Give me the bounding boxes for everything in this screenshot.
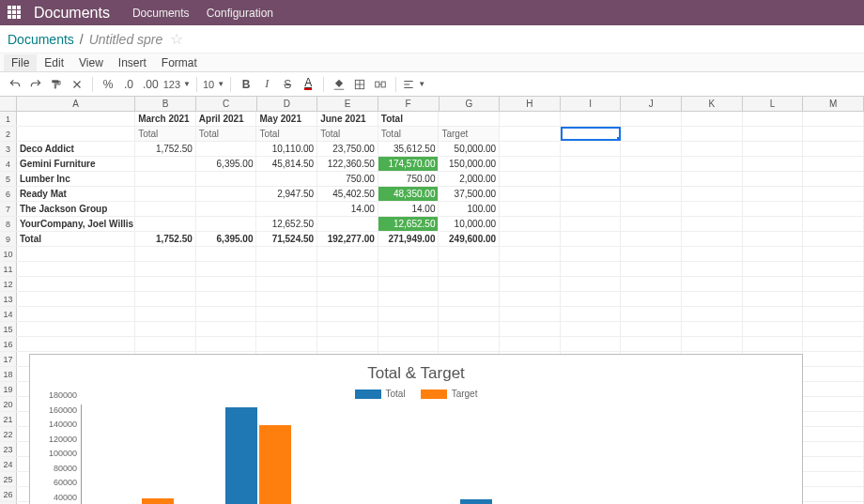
cell[interactable]: Deco Addict xyxy=(17,142,135,156)
cell[interactable]: 12,652.50 xyxy=(378,217,440,231)
cell[interactable] xyxy=(378,262,440,276)
cell[interactable]: Total xyxy=(317,127,378,141)
cell[interactable] xyxy=(561,112,622,126)
col-header[interactable]: M xyxy=(803,97,864,111)
cell[interactable]: 10,000.00 xyxy=(439,217,500,231)
cell[interactable] xyxy=(682,307,743,321)
cell[interactable] xyxy=(682,142,743,156)
cell[interactable] xyxy=(196,187,257,201)
redo-icon[interactable] xyxy=(26,75,45,94)
row-header[interactable]: 25 xyxy=(0,472,17,486)
cell[interactable] xyxy=(561,337,622,351)
cell[interactable] xyxy=(500,157,561,171)
cell[interactable]: 2,947.50 xyxy=(256,187,317,201)
cell[interactable] xyxy=(378,247,440,261)
cell[interactable]: 6,395.00 xyxy=(196,157,257,171)
cell[interactable] xyxy=(135,262,196,276)
cell[interactable] xyxy=(500,202,561,216)
decimal-decrease-icon[interactable]: .0 xyxy=(119,75,138,94)
cell[interactable] xyxy=(743,112,804,126)
cell[interactable] xyxy=(317,292,378,306)
cell[interactable] xyxy=(803,187,864,201)
cell[interactable]: YourCompany, Joel Willis xyxy=(17,217,135,231)
cell[interactable] xyxy=(500,112,561,126)
fill-color-icon[interactable] xyxy=(330,75,348,94)
cell[interactable] xyxy=(196,322,257,336)
cell[interactable] xyxy=(621,337,682,351)
cell[interactable] xyxy=(561,307,622,321)
favorite-star-icon[interactable]: ☆ xyxy=(170,30,183,48)
cell[interactable]: 100.00 xyxy=(439,202,500,216)
cell[interactable] xyxy=(682,157,743,171)
cell[interactable]: Gemini Furniture xyxy=(17,157,135,171)
cell[interactable] xyxy=(621,277,682,291)
menu-view[interactable]: View xyxy=(71,54,111,71)
cell[interactable]: June 2021 xyxy=(317,112,378,126)
cell[interactable]: 750.00 xyxy=(317,172,378,186)
cell[interactable] xyxy=(500,187,561,201)
cell[interactable] xyxy=(135,277,196,291)
cell[interactable] xyxy=(682,247,743,261)
cell[interactable] xyxy=(743,232,804,246)
strikethrough-icon[interactable]: S xyxy=(278,75,297,94)
cell[interactable]: 12,652.50 xyxy=(256,217,317,231)
cell[interactable] xyxy=(803,442,864,456)
cell[interactable] xyxy=(135,157,196,171)
row-header[interactable]: 12 xyxy=(0,277,17,291)
cell[interactable]: 45,402.50 xyxy=(317,187,378,201)
cell[interactable] xyxy=(803,382,864,396)
cell[interactable] xyxy=(500,127,561,141)
cell[interactable]: April 2021 xyxy=(196,112,257,126)
cell[interactable] xyxy=(803,262,864,276)
bold-icon[interactable]: B xyxy=(237,75,255,94)
row-header[interactable]: 3 xyxy=(0,142,17,156)
cell[interactable] xyxy=(682,127,743,141)
col-header[interactable]: C xyxy=(196,97,257,111)
cell[interactable] xyxy=(803,352,864,366)
row-header[interactable]: 21 xyxy=(0,412,17,426)
cell[interactable] xyxy=(135,217,196,231)
cell[interactable] xyxy=(317,217,378,231)
cell[interactable]: 37,500.00 xyxy=(439,187,500,201)
row-header[interactable]: 10 xyxy=(0,247,17,261)
row-header[interactable]: 24 xyxy=(0,457,17,471)
decimal-increase-icon[interactable]: .00 xyxy=(140,75,162,94)
cell[interactable] xyxy=(256,292,317,306)
cell[interactable] xyxy=(256,247,317,261)
row-header[interactable]: 22 xyxy=(0,427,17,441)
cell[interactable] xyxy=(500,142,561,156)
cell[interactable]: 249,600.00 xyxy=(439,232,500,246)
col-header[interactable]: L xyxy=(743,97,804,111)
cell[interactable] xyxy=(803,217,864,231)
chart[interactable]: Total & Target Total Target 020000400006… xyxy=(29,354,803,504)
cell[interactable] xyxy=(743,337,804,351)
col-header[interactable]: E xyxy=(317,97,378,111)
cell[interactable] xyxy=(561,262,622,276)
cell[interactable]: 1,752.50 xyxy=(135,232,196,246)
cell[interactable] xyxy=(803,337,864,351)
cell[interactable] xyxy=(803,427,864,441)
cell[interactable] xyxy=(803,457,864,471)
cell[interactable] xyxy=(561,292,622,306)
cell[interactable] xyxy=(621,172,682,186)
cell[interactable] xyxy=(17,337,135,351)
cell[interactable] xyxy=(500,232,561,246)
cell[interactable] xyxy=(743,157,804,171)
cell[interactable]: Lumber Inc xyxy=(17,172,135,186)
cell[interactable]: 23,750.00 xyxy=(317,142,378,156)
cell[interactable] xyxy=(317,322,378,336)
cell[interactable] xyxy=(196,217,257,231)
cell[interactable]: 1,752.50 xyxy=(135,142,196,156)
cell[interactable] xyxy=(621,217,682,231)
cell[interactable] xyxy=(378,322,440,336)
cell[interactable] xyxy=(682,292,743,306)
apps-icon[interactable] xyxy=(8,6,23,21)
cell[interactable] xyxy=(561,217,622,231)
cell[interactable]: 14.00 xyxy=(317,202,378,216)
cell[interactable] xyxy=(743,217,804,231)
row-header[interactable]: 11 xyxy=(0,262,17,276)
cell[interactable] xyxy=(17,277,135,291)
cell[interactable] xyxy=(317,247,378,261)
percent-icon[interactable]: % xyxy=(99,75,117,94)
cell[interactable] xyxy=(621,262,682,276)
